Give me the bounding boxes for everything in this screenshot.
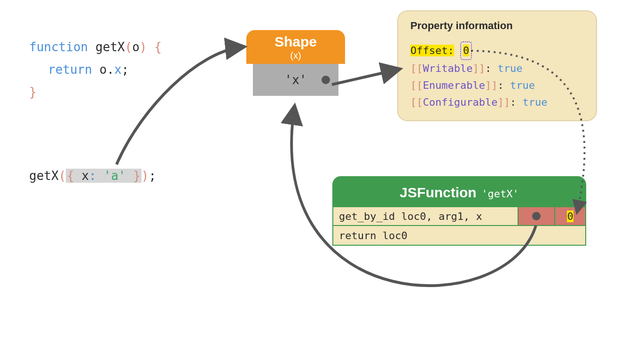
writable-line: [[Writable]]: true: [410, 60, 584, 77]
code-function-def: function getX(o) { return o.x; }: [29, 36, 162, 103]
shape-link-dot-icon: [322, 76, 330, 84]
property-info-title: Property information: [410, 20, 584, 32]
offset-label: Offset:: [410, 45, 454, 56]
call-paren-open: (: [59, 169, 66, 183]
fn-name: getX: [95, 40, 125, 54]
jsfunction-row-2: return loc0: [333, 226, 585, 245]
jsfunction-name: 'getX': [481, 188, 518, 200]
offset-value-box: 0: [460, 41, 472, 60]
jsfunction-row-1: get_by_id loc0, arg1, x 0: [333, 207, 585, 226]
offset-value: 0: [463, 45, 469, 56]
obj-val: 'a': [104, 169, 126, 183]
enumerable-line: [[Enumerable]]: true: [410, 77, 584, 94]
instr-get-by-id: get_by_id loc0, arg1, x: [333, 207, 518, 225]
shape-cell-label: 'x': [285, 73, 307, 87]
param: o: [132, 40, 140, 54]
shape-header: Shape (x): [246, 30, 345, 64]
obj-ref: o: [100, 62, 107, 77]
call-paren-close: ): [141, 169, 149, 183]
obj-colon: :: [89, 169, 96, 183]
shape-title: Shape: [246, 35, 345, 49]
cache-offset-cell: 0: [554, 207, 585, 225]
cache-shape-dot-icon: [532, 212, 541, 220]
brace-open: {: [154, 40, 162, 54]
jsfunction-header: JSFunction 'getX': [332, 176, 586, 207]
brace-close: }: [29, 85, 37, 99]
offset-line: Offset: 0: [410, 41, 584, 60]
semi: ;: [122, 62, 129, 77]
configurable-line: [[Configurable]]: true: [410, 94, 584, 111]
property-info-box: Property information Offset: 0 [[Writabl…: [397, 10, 597, 121]
call-semi: ;: [149, 169, 157, 183]
object-literal: { x: 'a' }: [66, 169, 141, 183]
shape-subtitle: (x): [246, 50, 345, 61]
cache-offset-value: 0: [567, 210, 573, 222]
code-call: getX({ x: 'a' });: [29, 164, 156, 187]
obj-key: x: [82, 169, 89, 183]
prop-access: x: [114, 62, 122, 77]
kw-function: function: [29, 40, 88, 54]
shape-cell: 'x': [253, 64, 338, 96]
dot: .: [107, 62, 114, 77]
paren-close: ): [140, 40, 147, 54]
call-name: getX: [29, 169, 59, 183]
obj-brace-close: }: [133, 169, 141, 183]
jsfunction-title: JSFunction: [400, 185, 476, 200]
instr-return: return loc0: [333, 226, 585, 245]
jsfunction-box: JSFunction 'getX' get_by_id loc0, arg1, …: [332, 176, 586, 246]
kw-return: return: [48, 62, 92, 77]
paren-open: (: [125, 40, 133, 54]
shape-box: Shape (x) 'x': [246, 30, 345, 96]
cache-shape-cell: [518, 207, 554, 225]
jsfunction-body: get_by_id loc0, arg1, x 0 return loc0: [332, 207, 586, 246]
obj-brace-open: {: [67, 169, 74, 183]
